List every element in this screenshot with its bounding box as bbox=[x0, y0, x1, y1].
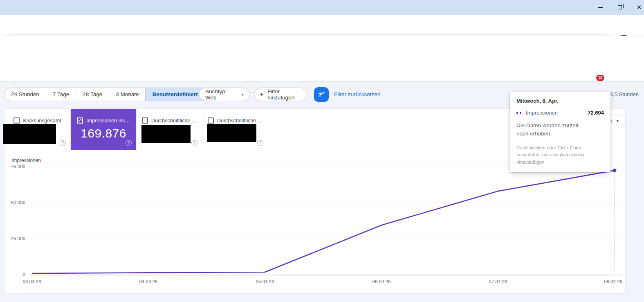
chevron-down-icon: ▾ bbox=[617, 119, 619, 123]
redaction-box bbox=[141, 125, 191, 143]
chart-tooltip: Mittwoch, 8. Apr. Impressionen 72.604 Di… bbox=[510, 92, 610, 172]
chart-y-axis-title: Impressionen bbox=[11, 158, 41, 163]
chip-custom-label: Benutzerdefiniert bbox=[152, 88, 197, 101]
add-filter-label: Filter hinzufügen bbox=[267, 88, 301, 101]
smart-filter-button[interactable] bbox=[314, 87, 329, 102]
search-type-label: Suchtyp: Web bbox=[205, 88, 238, 101]
tooltip-value: 72.604 bbox=[588, 110, 604, 116]
checkbox-clicks[interactable] bbox=[13, 117, 20, 124]
metric-label: Durchschnittliche … bbox=[217, 118, 263, 124]
impressions-total-value: 169.876 bbox=[71, 126, 136, 140]
plus-icon: + bbox=[260, 90, 264, 99]
filter-sparkle-icon bbox=[317, 90, 325, 99]
minimize-button[interactable] bbox=[591, 0, 610, 15]
help-icon[interactable]: ? bbox=[257, 140, 263, 146]
add-filter-chip[interactable]: + Filter hinzufügen bbox=[254, 88, 307, 101]
close-icon: ✕ bbox=[637, 4, 642, 11]
metric-label: Durchschnittliche … bbox=[151, 118, 197, 124]
tooltip-series-label: Impressionen bbox=[526, 110, 558, 116]
metric-label: Impressionen ins… bbox=[86, 118, 130, 124]
redaction-box bbox=[3, 124, 56, 144]
help-icon[interactable]: ? bbox=[191, 140, 197, 146]
chip-7-days[interactable]: 7 Tage bbox=[46, 88, 76, 101]
page-header: Leistung EXPORTIEREN bbox=[0, 58, 644, 82]
redaction-box bbox=[207, 124, 256, 142]
chevron-down-icon: ▾ bbox=[242, 92, 244, 97]
browser-toolbar: onsole/performance/search-analytics?reso… bbox=[0, 15, 644, 36]
help-icon[interactable]: ? bbox=[60, 140, 66, 146]
checkbox-avg-position[interactable] bbox=[208, 117, 214, 124]
metric-label: Klicks insgesamt bbox=[23, 118, 61, 124]
search-type-chip[interactable]: Suchtyp: Web ▾ bbox=[199, 88, 250, 101]
close-button[interactable]: ✕ bbox=[630, 0, 644, 15]
restore-button[interactable] bbox=[610, 0, 629, 15]
search-console-header: Jede URL in "https://www.meerbilder.com/… bbox=[0, 36, 644, 58]
checkbox-impressions[interactable]: ✓ bbox=[77, 117, 83, 124]
metric-card-impressions[interactable]: ✓ Impressionen ins… 169.876 ? bbox=[71, 109, 137, 150]
minimize-icon bbox=[598, 7, 603, 8]
tooltip-date: Mittwoch, 8. Apr. bbox=[516, 98, 604, 104]
window-titlebar: ✕ bbox=[0, 0, 644, 15]
tooltip-note: Die Daten werden zurzeit noch erhoben bbox=[516, 122, 584, 138]
help-icon[interactable]: ? bbox=[126, 140, 132, 146]
chip-28-days[interactable]: 28 Tage bbox=[76, 88, 109, 101]
tooltip-annotation-hint: Rechtsklicken oder Ctrl + Enter verwende… bbox=[516, 144, 604, 166]
checkbox-avg-ctr[interactable] bbox=[142, 117, 148, 124]
chart-plot-area[interactable] bbox=[29, 164, 622, 275]
reset-filters-link[interactable]: Filter zurücksetzen bbox=[334, 88, 380, 101]
impressions-series-marker-icon bbox=[516, 112, 521, 114]
restore-icon bbox=[618, 5, 622, 9]
notification-count-badge: 18 bbox=[596, 75, 604, 81]
date-range-chip-group: 24 Stunden 7 Tage 28 Tage 3 Monate Benut… bbox=[4, 88, 211, 101]
chip-3-months[interactable]: 3 Monate bbox=[109, 88, 146, 101]
chip-24-hours[interactable]: 24 Stunden bbox=[4, 88, 46, 101]
